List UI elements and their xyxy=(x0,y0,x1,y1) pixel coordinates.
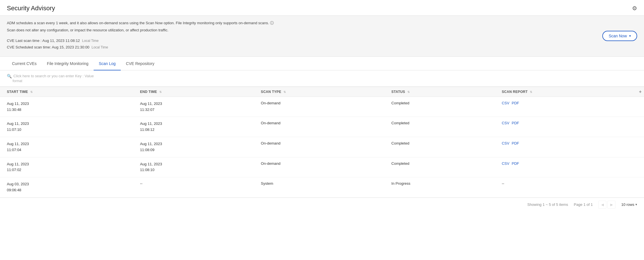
sort-icon-end-time: ⇅ xyxy=(159,90,162,94)
scan-log-table-container: START TIME ⇅ END TIME ⇅ SCAN TYPE ⇅ STAT… xyxy=(0,87,644,198)
cell-scan-report: -- xyxy=(495,177,644,198)
sort-icon-scan-report: ⇅ xyxy=(530,90,532,94)
cell-scan-type: System xyxy=(254,177,385,198)
gear-icon[interactable]: ⚙ xyxy=(632,5,637,12)
table-row: Aug 11, 202311:30:48Aug 11, 202311:32:07… xyxy=(0,97,644,117)
search-input-wrapper[interactable]: 🔍 Click here to search or you can enter … xyxy=(7,74,637,78)
pdf-link[interactable]: PDF xyxy=(512,101,519,105)
cell-start-time: Aug 11, 202311:07:10 xyxy=(0,117,133,137)
chevron-down-icon: ▾ xyxy=(629,34,631,38)
search-placeholder: Click here to search or you can enter Ke… xyxy=(13,74,94,78)
add-column-icon[interactable]: + xyxy=(639,89,642,94)
pdf-link[interactable]: PDF xyxy=(512,141,519,145)
csv-link[interactable]: CSV xyxy=(502,101,510,105)
cell-status: In Progress xyxy=(385,177,495,198)
cell-end-time: -- xyxy=(133,177,254,198)
rows-per-page-label: 10 rows xyxy=(621,202,634,207)
table-footer: Showing 1 ~ 5 of 5 items Page 1 of 1 ◀ ▶… xyxy=(0,198,644,212)
cell-end-time: Aug 11, 202311:08:10 xyxy=(133,157,254,177)
pagination-info: Showing 1 ~ 5 of 5 items xyxy=(527,202,568,207)
pdf-link[interactable]: PDF xyxy=(512,161,519,166)
cell-start-time: Aug 11, 202311:30:48 xyxy=(0,97,133,117)
search-bar: 🔍 Click here to search or you can enter … xyxy=(0,70,644,87)
tabs-container: Current CVEs File Integrity Monitoring S… xyxy=(0,57,644,70)
search-format-hint: format xyxy=(13,79,637,83)
cell-status: Completed xyxy=(385,117,495,137)
col-start-time[interactable]: START TIME ⇅ xyxy=(0,87,133,97)
cell-scan-report: CSVPDF xyxy=(495,97,644,117)
banner-line2: Scan does not alter any configuration, o… xyxy=(7,27,637,33)
tab-current-cves[interactable]: Current CVEs xyxy=(7,57,42,70)
info-icon: ⓘ xyxy=(270,21,274,25)
col-status[interactable]: STATUS ⇅ xyxy=(385,87,495,97)
pagination-controls: ◀ ▶ xyxy=(598,201,615,209)
col-scan-type[interactable]: SCAN TYPE ⇅ xyxy=(254,87,385,97)
sort-icon-status: ⇅ xyxy=(407,90,410,94)
prev-page-button[interactable]: ◀ xyxy=(598,201,606,209)
cell-scan-report: CSVPDF xyxy=(495,157,644,177)
cell-status: Completed xyxy=(385,137,495,157)
rows-chevron-icon: ▾ xyxy=(635,203,637,206)
csv-link[interactable]: CSV xyxy=(502,141,510,145)
table-row: Aug 11, 202311:07:10Aug 11, 202311:08:12… xyxy=(0,117,644,137)
sort-icon-start-time: ⇅ xyxy=(30,90,33,94)
table-row: Aug 03, 202309:06:48--SystemIn Progress-… xyxy=(0,177,644,198)
cell-end-time: Aug 11, 202311:32:07 xyxy=(133,97,254,117)
cell-scan-report: CSVPDF xyxy=(495,137,644,157)
csv-link[interactable]: CSV xyxy=(502,161,510,166)
sort-icon-scan-type: ⇅ xyxy=(283,90,286,94)
scan-log-table: START TIME ⇅ END TIME ⇅ SCAN TYPE ⇅ STAT… xyxy=(0,87,644,198)
cell-scan-type: On-demand xyxy=(254,157,385,177)
table-row: Aug 11, 202311:07:02Aug 11, 202311:08:10… xyxy=(0,157,644,177)
csv-link[interactable]: CSV xyxy=(502,121,510,125)
pdf-link[interactable]: PDF xyxy=(512,121,519,125)
cell-scan-type: On-demand xyxy=(254,97,385,117)
cell-scan-report: CSVPDF xyxy=(495,117,644,137)
cell-scan-type: On-demand xyxy=(254,137,385,157)
tab-cve-repository[interactable]: CVE Repository xyxy=(121,57,160,70)
rows-per-page-selector[interactable]: 10 rows ▾ xyxy=(621,202,637,207)
tab-scan-log[interactable]: Scan Log xyxy=(94,57,121,70)
table-header-row: START TIME ⇅ END TIME ⇅ SCAN TYPE ⇅ STAT… xyxy=(0,87,644,97)
cell-scan-type: On-demand xyxy=(254,117,385,137)
tab-file-integrity[interactable]: File Integrity Monitoring xyxy=(42,57,94,70)
banner-line1: ADM schedules a scan every 1 week, and i… xyxy=(7,20,637,26)
info-banner: ADM schedules a scan every 1 week, and i… xyxy=(0,15,644,57)
cve-scheduled-scan: CVE Scheduled scan time: Aug 15, 2023 21… xyxy=(7,44,637,51)
next-page-button[interactable]: ▶ xyxy=(607,201,615,209)
col-end-time[interactable]: END TIME ⇅ xyxy=(133,87,254,97)
page-label: Page 1 of 1 xyxy=(574,202,593,207)
cve-last-scan: CVE Last scan time : Aug 11, 2023 11:08:… xyxy=(7,37,637,44)
cell-start-time: Aug 11, 202311:07:04 xyxy=(0,137,133,157)
cell-end-time: Aug 11, 202311:08:09 xyxy=(133,137,254,157)
cell-end-time: Aug 11, 202311:08:12 xyxy=(133,117,254,137)
cell-start-time: Aug 11, 202311:07:02 xyxy=(0,157,133,177)
col-scan-report[interactable]: SCAN REPORT ⇅ + xyxy=(495,87,644,97)
page-header: Security Advisory ⚙ xyxy=(0,0,644,15)
page-title: Security Advisory xyxy=(7,5,55,12)
cell-status: Completed xyxy=(385,97,495,117)
cell-status: Completed xyxy=(385,157,495,177)
scan-now-button[interactable]: Scan Now ▾ xyxy=(602,31,637,41)
search-icon: 🔍 xyxy=(7,74,12,78)
cell-start-time: Aug 03, 202309:06:48 xyxy=(0,177,133,198)
table-row: Aug 11, 202311:07:04Aug 11, 202311:08:09… xyxy=(0,137,644,157)
scan-meta: CVE Last scan time : Aug 11, 2023 11:08:… xyxy=(7,37,637,51)
